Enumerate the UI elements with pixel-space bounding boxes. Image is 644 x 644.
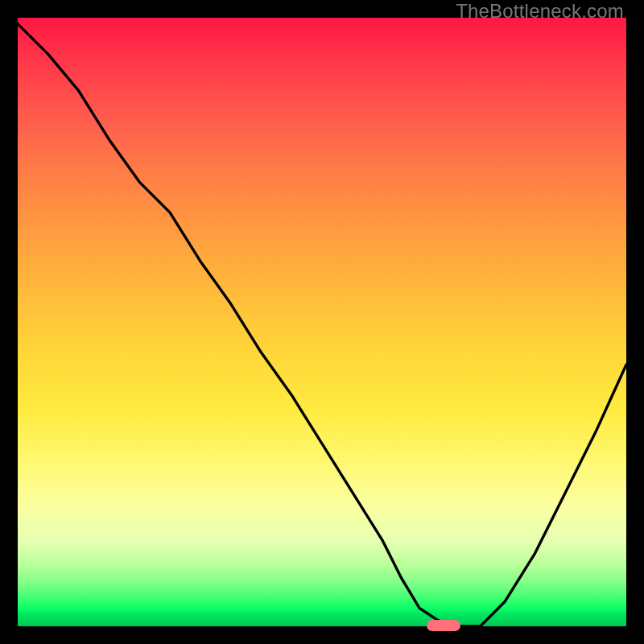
optimal-range-marker — [427, 620, 460, 631]
plot-area — [18, 18, 626, 626]
chart-frame: TheBottleneck.com — [0, 0, 644, 644]
bottleneck-curve — [18, 18, 626, 626]
watermark-label: TheBottleneck.com — [456, 0, 624, 23]
